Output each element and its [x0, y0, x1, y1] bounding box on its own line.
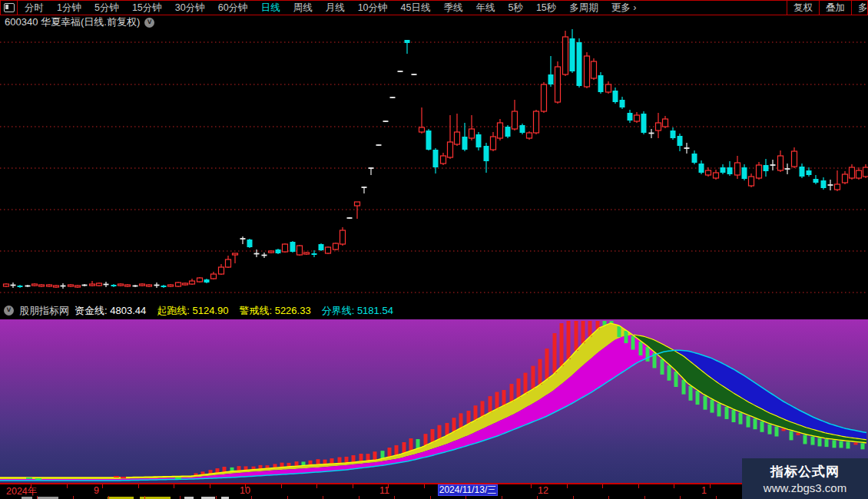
toolbar-item-8[interactable]: 月线 [326, 2, 345, 15]
axis-tick [281, 484, 282, 488]
toolbar-menu: 分时1分钟5分钟15分钟30分钟60分钟日线周线月线10分钟45日线季线年线5秒… [18, 2, 787, 15]
indicator-field-2: 警戒线: 5226.33 [239, 304, 310, 318]
axis-tick [710, 484, 711, 488]
axis-tick [251, 496, 252, 499]
axis-tick [67, 484, 68, 488]
axis-tick [245, 484, 246, 488]
toolbar-item-15[interactable]: 多周期 [569, 2, 598, 15]
toolbar-item-12[interactable]: 年线 [475, 2, 495, 15]
axis-tick [502, 496, 502, 499]
axis-tick [680, 496, 681, 499]
chevron-down-circle-icon[interactable]: ˅ [144, 18, 154, 28]
toolbar-item-7[interactable]: 周线 [293, 2, 313, 15]
clipped-next-pane [0, 496, 868, 499]
toolbar-item-13[interactable]: 5秒 [508, 2, 522, 15]
axis-tick [37, 496, 38, 499]
watermark: 指标公式网 www.zbgs3.com [742, 458, 868, 499]
toolbar-button-0[interactable]: 复权 [787, 1, 819, 15]
axis-tick [424, 484, 425, 488]
indicator-header: ˅ 股朋指标网 资金线: 4803.44起跑线: 5124.90警戒线: 522… [0, 302, 868, 319]
axis-tick [716, 496, 717, 499]
chevron-down-circle-icon[interactable]: ˅ [4, 306, 14, 316]
axis-tick [537, 496, 538, 499]
axis-label-5: 1 [701, 485, 707, 496]
title-bar: 600340 华夏幸福(日线.前复权) ˅ [0, 15, 868, 29]
axis-label-4: 12 [538, 485, 548, 496]
axis-tick [287, 496, 288, 499]
axis-tick [316, 484, 317, 488]
watermark-url: www.zbgs3.com [764, 481, 846, 494]
indicator-source-label[interactable]: 股朋指标网 [19, 304, 69, 318]
axis-tick [638, 484, 639, 488]
axis-tick [359, 496, 359, 499]
axis-tick [608, 496, 609, 499]
axis-tick [430, 496, 431, 499]
axis-tick [108, 496, 109, 499]
axis-tick [144, 496, 145, 499]
watermark-title: 指标公式网 [770, 463, 840, 481]
axis-tick [31, 484, 31, 488]
toolbar-item-16[interactable]: 更多 › [611, 2, 637, 15]
indicator-field-3: 分界线: 5181.54 [322, 304, 393, 318]
axis-tick [174, 484, 174, 488]
toolbar-item-3[interactable]: 15分钟 [132, 2, 162, 15]
indicator-field-1: 起跑线: 5124.90 [157, 304, 228, 318]
toolbar-item-4[interactable]: 30分钟 [175, 2, 205, 15]
indicator-values: 资金线: 4803.44起跑线: 5124.90警戒线: 5226.33分界线:… [75, 304, 393, 318]
toolbar-button-2[interactable]: 多 [851, 1, 867, 15]
toolbar-button-1[interactable]: 叠加 [819, 1, 851, 15]
chart-canvas[interactable] [0, 0, 868, 499]
period-toolbar: 分时1分钟5分钟15分钟30分钟60分钟日线周线月线10分钟45日线季线年线5秒… [0, 0, 868, 15]
toolbar-item-9[interactable]: 10分钟 [358, 2, 388, 15]
axis-tick [73, 496, 74, 499]
ribbon-indicator-chart[interactable] [0, 321, 866, 481]
toolbar-item-11[interactable]: 季线 [443, 2, 462, 15]
toolbar-item-10[interactable]: 45日线 [401, 2, 431, 15]
axis-tick [216, 496, 217, 499]
axis-tick [138, 484, 139, 488]
axis-tick [388, 484, 389, 488]
axis-date-highlight: 2024/11/13/三 [438, 484, 498, 496]
toolbar-item-0[interactable]: 分时 [25, 2, 44, 15]
toolbar-right: 复权叠加多 [787, 1, 867, 15]
toolbar-item-14[interactable]: 15秒 [536, 2, 556, 15]
axis-tick [644, 496, 645, 499]
toolbar-item-6[interactable]: 日线 [261, 2, 280, 15]
stock-title: 600340 华夏幸福(日线.前复权) [5, 15, 140, 29]
axis-tick [323, 496, 323, 499]
candlestick-chart[interactable] [4, 29, 868, 289]
axis-tick [102, 484, 103, 488]
window-split-icon [4, 3, 15, 12]
toolbar-item-1[interactable]: 1分钟 [57, 2, 81, 15]
app-window: 分时1分钟5分钟15分钟30分钟60分钟日线周线月线10分钟45日线季线年线5秒… [0, 0, 868, 499]
axis-tick [567, 484, 568, 488]
axis-tick [394, 496, 395, 499]
axis-tick [674, 484, 674, 488]
axis-label-1: 9 [94, 485, 99, 496]
axis-tick [602, 484, 603, 488]
toolbar-item-5[interactable]: 60分钟 [218, 2, 248, 15]
axis-tick [465, 496, 466, 499]
axis-tick [531, 484, 532, 488]
window-split-icon-cell[interactable] [1, 1, 18, 15]
axis-tick [210, 484, 210, 488]
indicator-field-0: 资金线: 4803.44 [75, 304, 146, 318]
axis-tick [573, 496, 574, 499]
toolbar-item-2[interactable]: 5分钟 [94, 2, 119, 15]
axis-tick [180, 496, 181, 499]
axis-tick [353, 484, 353, 488]
